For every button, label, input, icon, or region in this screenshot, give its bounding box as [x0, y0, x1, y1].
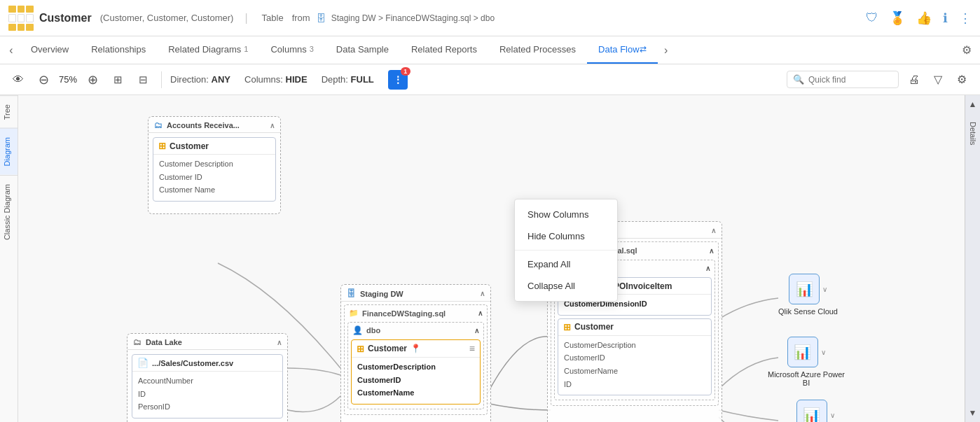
dropdown-show-columns[interactable]: Show Columns [515, 204, 617, 225]
filter-button[interactable]: ▽ [928, 70, 948, 90]
eye-button[interactable]: 👁 [8, 70, 28, 90]
toolbar: 👁 ⊖ 75% ⊕ ⊞ ⊟ Direction: ANY Columns: HI… [0, 64, 980, 95]
table-icon: ⊞ [158, 141, 166, 151]
search-icon: 🔍 [793, 74, 804, 85]
canvas: 🗂 Accounts Receiva... ∧ ⊞ Customer Custo… [18, 95, 965, 422]
tab-columns[interactable]: Columns3 [259, 36, 324, 64]
staging-customer-header: ⊞ Customer 📍 ≡ [352, 340, 480, 358]
direction-label: Direction: ANY [170, 74, 230, 85]
depth-label: Depth: FULL [322, 74, 374, 85]
main-area: Tree Diagram Classic Diagram 🗂 Accounts [0, 95, 980, 422]
staging-customer-name: Customer [368, 344, 407, 353]
sap-output: 📊 ∨ SAP BusinessObjects [778, 400, 853, 422]
azure-icon: 📊 [787, 337, 818, 367]
tab-overview[interactable]: Overview [20, 36, 80, 64]
sidebar-tab-diagram[interactable]: Diagram [0, 128, 18, 175]
sales-customer-fields: AccountNumber ID PersonID [132, 372, 282, 418]
field-customer-id: Customer ID [159, 171, 270, 184]
schema-label: FinanceDWStaging.sql [362, 309, 446, 318]
nav-prev-button[interactable]: ‹ [3, 36, 20, 64]
sales-customer-box: 📄 .../Sales/Customer.csv AccountNumber I… [132, 354, 283, 419]
dbo-expand[interactable]: ∧ [474, 327, 479, 335]
dw-table-icon: ⊞ [563, 322, 571, 332]
tab-data-flow[interactable]: Data Flow ⇄ [587, 36, 658, 64]
sidebar-tab-tree[interactable]: Tree [0, 95, 18, 128]
accounts-expand[interactable]: ∧ [270, 122, 275, 129]
header: Customer (Customer, Customer, Customer) … [0, 0, 980, 36]
file-icon: 📄 [137, 358, 149, 368]
shield-icon[interactable]: 🛡 [866, 10, 878, 25]
staging-group-header: 🗄 Staging DW ∧ [341, 285, 490, 302]
dw-expand[interactable]: ∧ [711, 227, 716, 234]
accounts-customer-box: ⊞ Customer Customer Description Customer… [153, 137, 276, 202]
zoom-out-button[interactable]: ⊖ [34, 70, 53, 90]
schema-expand[interactable]: ∧ [478, 309, 483, 317]
staging-expand[interactable]: ∧ [480, 290, 485, 297]
dw-customer-box: ⊞ Customer CustomerDescription CustomerI… [558, 318, 712, 396]
qlik-expand[interactable]: ∨ [822, 286, 827, 293]
dbo-icon: 👤 [352, 325, 363, 335]
staging-customer-box: ⊞ Customer 📍 ≡ CustomerDescription Custo… [351, 339, 481, 405]
tab-relationships[interactable]: Relationships [80, 36, 157, 64]
search-input[interactable] [808, 75, 892, 85]
menu-button[interactable]: ⋮ 1 [388, 70, 408, 90]
dw-dbo-expand[interactable]: ∧ [705, 265, 710, 272]
accounts-group-header: 🗂 Accounts Receiva... ∧ [149, 117, 280, 133]
sidebar-tab-classic[interactable]: Classic Diagram [0, 175, 18, 248]
page-title-parens: (Customer, Customer, Customer) [100, 13, 234, 23]
staging-table-icon: ⊞ [357, 344, 364, 354]
dw-customer-name: Customer [574, 322, 614, 332]
datalake-group: 🗂 Data Lake ∧ 📄 .../Sales/Customer.csv A… [127, 333, 288, 422]
print-button[interactable]: 🖨 [904, 70, 924, 90]
dropdown-collapse-all[interactable]: Collapse All [515, 275, 617, 297]
dropdown-hide-columns[interactable]: Hide Columns [515, 225, 617, 247]
azure-expand[interactable]: ∨ [821, 349, 826, 356]
qlik-label: Qlik Sense Cloud [778, 307, 838, 316]
zoom-in-button[interactable]: ⊕ [83, 70, 102, 90]
settings-button[interactable]: ⚙ [952, 70, 972, 90]
field-cdesc: CustomerDescription [357, 360, 474, 374]
scroll-down-button[interactable]: ▼ [965, 404, 980, 422]
more-icon[interactable]: ⋮ [959, 10, 972, 26]
staging-menu-icon[interactable]: ≡ [469, 343, 475, 354]
sap-expand[interactable]: ∨ [830, 412, 835, 419]
scroll-up-button[interactable]: ▲ [965, 95, 980, 113]
separator [161, 71, 162, 88]
medal-icon[interactable]: 🏅 [890, 10, 905, 26]
datasource-icon: 🗄 [316, 13, 326, 24]
tab-related-reports[interactable]: Related Reports [400, 36, 488, 64]
expand-button[interactable]: ⊟ [133, 70, 153, 90]
accounts-customer-fields: Customer Description Customer ID Custome… [153, 155, 275, 201]
tab-related-processes[interactable]: Related Processes [488, 36, 587, 64]
datalake-icon: 🗂 [133, 337, 142, 347]
header-actions: 🛡 🏅 👍 ℹ ⋮ [866, 10, 972, 26]
field-account-number: AccountNumber [138, 374, 277, 388]
accounts-customer-header: ⊞ Customer [153, 138, 275, 155]
dropdown-menu: Show Columns Hide Columns Expand All Col… [514, 199, 618, 302]
field-dw-id: ID [564, 378, 705, 391]
fit-button[interactable]: ⊞ [108, 70, 127, 90]
nav-next-button[interactable]: › [658, 36, 675, 64]
thumbsup-icon[interactable]: 👍 [916, 10, 932, 26]
qlik-icon: 📊 [789, 274, 820, 304]
dropdown-divider [515, 250, 617, 251]
menu-badge: 1 [401, 67, 410, 76]
details-label: Details [969, 113, 977, 146]
accounts-label: Accounts Receiva... [167, 121, 240, 129]
azure-output: 📊 ∨ Microsoft Azure Power BI [764, 337, 848, 387]
tab-related-diagrams[interactable]: Related Diagrams1 [157, 36, 259, 64]
dropdown-expand-all[interactable]: Expand All [515, 253, 617, 275]
app-logo [8, 6, 34, 31]
zoom-level: 75% [59, 74, 77, 85]
staging-customer-fields: CustomerDescription CustomerID CustomerN… [352, 358, 480, 404]
sales-customer-header: 📄 .../Sales/Customer.csv [132, 355, 282, 372]
datalake-group-header: 🗂 Data Lake ∧ [127, 334, 287, 350]
dw-schema-expand[interactable]: ∧ [709, 247, 714, 255]
dbo-label: dbo [366, 326, 380, 335]
search-box[interactable]: 🔍 [787, 71, 899, 88]
info-icon[interactable]: ℹ [943, 10, 948, 26]
tab-data-sample[interactable]: Data Sample [325, 36, 400, 64]
nav-settings-icon[interactable]: ⚙ [956, 43, 977, 57]
datalake-expand[interactable]: ∧ [277, 339, 282, 346]
accounts-group: 🗂 Accounts Receiva... ∧ ⊞ Customer Custo… [148, 116, 281, 214]
